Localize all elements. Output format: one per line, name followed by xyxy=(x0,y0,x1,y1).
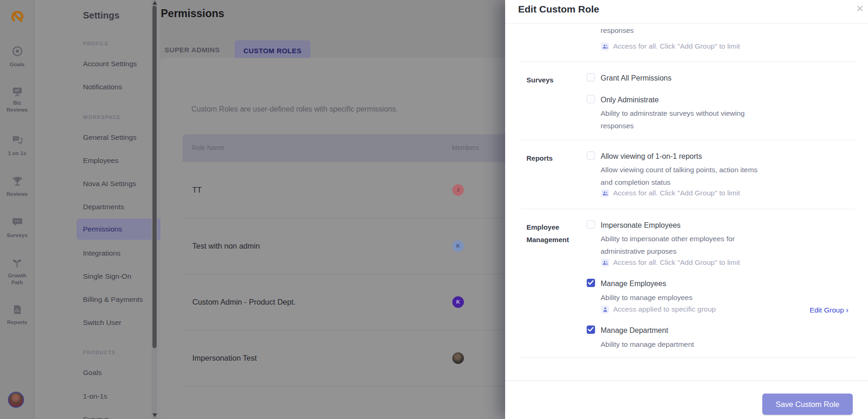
role-name: Impersonation Test xyxy=(192,354,257,363)
edit-group-label: Edit Group xyxy=(810,306,844,314)
surveys-bubble-icon xyxy=(12,216,23,228)
section-divider xyxy=(520,357,855,358)
permission-description: Ability to manage employees xyxy=(601,291,763,304)
growth-path-sprout-icon xyxy=(11,257,23,269)
checkbox-grant-all-permissions[interactable] xyxy=(587,73,595,81)
rail-item-growth-path-label: Growth Path xyxy=(0,272,34,286)
section-divider xyxy=(520,62,855,62)
permission-title: Manage Employees xyxy=(601,280,666,288)
rail-item-reports-label: Reports xyxy=(0,319,34,326)
role-name: Custom Admin - Product Dept. xyxy=(192,298,296,306)
app-rail: Goals Biz Reviews 1 on 1s Reviews Survey… xyxy=(0,0,34,419)
edit-custom-role-panel: Edit Custom Role × responses Access for … xyxy=(505,0,868,419)
check-icon xyxy=(588,280,594,285)
check-icon xyxy=(588,327,594,332)
settings-section-workspace: WORKSPACE xyxy=(83,114,121,120)
nav-item-goals[interactable]: Goals xyxy=(83,369,102,377)
permission-description: Ability to manage department xyxy=(601,338,763,350)
scrollbar-up-arrow-icon[interactable] xyxy=(152,1,157,5)
nav-item-integrations[interactable]: Integrations xyxy=(83,249,120,257)
settings-nav: Settings PROFILE Account Settings Notifi… xyxy=(35,0,160,419)
settings-section-profile: PROFILE xyxy=(83,41,108,46)
rail-item-reviews[interactable] xyxy=(0,175,34,189)
access-note-text: Access for all. Click "Add Group" to lim… xyxy=(613,258,740,267)
rail-item-reviews-label: Reviews xyxy=(0,191,34,198)
goals-target-icon xyxy=(12,45,23,57)
rail-item-reports[interactable] xyxy=(0,304,34,317)
rail-item-1-on-1s[interactable] xyxy=(0,134,34,147)
section-label-reports: Reports xyxy=(526,152,581,164)
settings-scrollbar-thumb[interactable] xyxy=(152,6,157,348)
section-label-employee-management: Employee Management xyxy=(526,221,581,246)
rail-item-goals-label: Goals xyxy=(0,61,34,68)
section-divider xyxy=(520,140,855,140)
logo-icon xyxy=(9,8,26,25)
permission-title: Manage Department xyxy=(601,326,668,335)
save-custom-role-button[interactable]: Save Custom Role xyxy=(762,394,853,415)
permission-description: Ability to impersonate other employees f… xyxy=(601,232,758,257)
member-avatar: K xyxy=(452,296,464,308)
tab-super-admins[interactable]: SUPER ADMINS xyxy=(165,46,220,54)
nav-item-general-settings[interactable]: General Settings xyxy=(83,133,136,142)
access-note-text: Access applied to specific group xyxy=(613,305,716,313)
permission-description: Ability to adminstrate surveys without v… xyxy=(601,107,754,132)
reviews-trophy-icon xyxy=(12,175,23,187)
member-avatar: K xyxy=(452,240,464,252)
rail-item-goals[interactable] xyxy=(0,45,34,59)
page-title: Permissions xyxy=(161,7,224,20)
biz-reviews-board-icon xyxy=(12,86,23,97)
column-role-name: Role Name xyxy=(192,144,224,151)
edit-group-link[interactable]: Edit Group › xyxy=(810,306,849,315)
rail-item-surveys[interactable] xyxy=(0,216,34,230)
rail-item-1-on-1s-label: 1 on 1s xyxy=(0,150,34,157)
settings-section-products: PRODUCTS xyxy=(83,350,116,355)
nav-item-permissions-label: Permissions xyxy=(83,225,122,233)
nav-item-account-settings[interactable]: Account Settings xyxy=(83,60,137,68)
nav-item-surveys[interactable]: Surveys xyxy=(83,415,109,419)
rail-item-biz-reviews-label: Biz Reviews xyxy=(0,100,34,113)
group-access-icon xyxy=(601,43,609,50)
permission-title: Grant All Permissions xyxy=(601,74,672,82)
section-divider xyxy=(520,209,855,209)
group-access-icon xyxy=(601,259,609,267)
app-logo[interactable] xyxy=(9,8,26,27)
nav-item-1-on-1s[interactable]: 1-on-1s xyxy=(83,392,108,400)
nav-item-nova-ai-settings[interactable]: Nova AI Settings xyxy=(83,180,136,188)
nav-item-employees[interactable]: Employees xyxy=(83,156,119,165)
checkbox-allow-viewing-1-on-1-reports[interactable] xyxy=(587,151,595,160)
column-members: Members xyxy=(452,144,479,151)
nav-item-switch-user[interactable]: Switch User xyxy=(83,319,121,327)
member-avatar: J xyxy=(452,184,464,196)
reports-chart-icon xyxy=(12,304,23,315)
user-avatar[interactable] xyxy=(8,392,24,408)
member-avatar-photo xyxy=(452,352,464,364)
permission-title: Only Administrate xyxy=(601,96,659,104)
access-note-row: Access applied to specific group xyxy=(601,305,716,313)
rail-item-growth-path[interactable] xyxy=(0,257,34,271)
permission-description: Allow viewing count of talking points, a… xyxy=(601,163,763,188)
scrollbar-down-arrow-icon[interactable] xyxy=(152,413,157,417)
access-note-row: Access for all. Click "Add Group" to lim… xyxy=(601,42,740,50)
scrolled-description-fragment: responses xyxy=(601,24,763,37)
nav-item-single-sign-on[interactable]: Single Sign-On xyxy=(83,272,131,281)
rail-item-biz-reviews[interactable] xyxy=(0,86,34,99)
nav-item-notifications[interactable]: Notifications xyxy=(83,83,122,91)
access-note-row: Access for all. Click "Add Group" to lim… xyxy=(601,189,740,197)
checkbox-manage-department-checked[interactable] xyxy=(587,325,595,334)
settings-title: Settings xyxy=(83,10,120,21)
checkbox-only-administrate[interactable] xyxy=(587,95,595,103)
role-name: TT xyxy=(192,186,202,194)
role-name: Test with non admin xyxy=(192,242,260,250)
panel-title: Edit Custom Role xyxy=(518,4,599,15)
rail-item-surveys-label: Surveys xyxy=(0,232,34,239)
nav-item-billing-payments[interactable]: Billing & Payments xyxy=(83,295,143,304)
checkbox-impersonate-employees[interactable] xyxy=(587,220,595,229)
section-label-surveys: Surveys xyxy=(526,74,581,86)
chevron-right-icon: › xyxy=(846,306,849,314)
close-icon[interactable]: × xyxy=(856,1,863,16)
nav-item-departments[interactable]: Departments xyxy=(83,203,124,211)
access-note-text: Access for all. Click "Add Group" to lim… xyxy=(613,42,740,50)
panel-header-divider xyxy=(505,23,868,24)
access-note-row: Access for all. Click "Add Group" to lim… xyxy=(601,258,740,267)
checkbox-manage-employees-checked[interactable] xyxy=(587,279,595,287)
